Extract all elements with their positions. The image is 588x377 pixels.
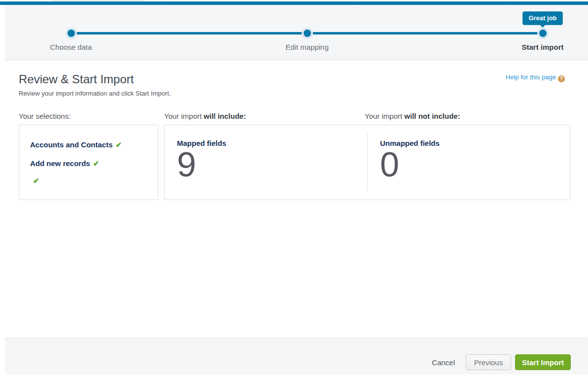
step-label-choose-data: Choose data bbox=[17, 43, 125, 51]
summary-divider bbox=[367, 133, 368, 192]
great-job-tooltip: Great job bbox=[503, 11, 582, 25]
step-dot-edit-mapping bbox=[304, 30, 311, 37]
check-icon: ✔ bbox=[93, 159, 100, 168]
unmapped-fields-count: 0 bbox=[380, 147, 399, 182]
selection-item-extra: ✔ bbox=[30, 176, 39, 185]
check-icon: ✔ bbox=[116, 140, 122, 149]
previous-button[interactable]: Previous bbox=[466, 354, 511, 370]
selection-item-label: Add new records bbox=[30, 159, 90, 168]
cancel-button[interactable]: Cancel bbox=[432, 358, 455, 367]
start-import-button[interactable]: Start Import bbox=[515, 354, 571, 370]
will-not-include-prefix: Your import bbox=[365, 112, 404, 120]
step-label-edit-mapping: Edit mapping bbox=[253, 43, 361, 51]
mapped-fields-count: 9 bbox=[177, 147, 196, 182]
will-include-header: Your import will include: bbox=[164, 112, 246, 120]
selection-item-data-kind: Accounts and Contacts✔ bbox=[30, 140, 122, 149]
help-for-this-page-link[interactable]: Help for this page? bbox=[506, 73, 565, 82]
help-question-icon[interactable]: ? bbox=[558, 75, 565, 82]
page-title: Review & Start Import bbox=[19, 72, 134, 86]
help-link-label[interactable]: Help for this page bbox=[506, 73, 556, 81]
footer-actions: Cancel Previous Start Import bbox=[432, 354, 571, 370]
wizard-progress-header: Choose data Edit mapping Start import Gr… bbox=[5, 5, 588, 60]
step-dot-choose-data bbox=[68, 30, 75, 37]
step-dot-start-import bbox=[539, 30, 547, 37]
selection-item-label: Accounts and Contacts bbox=[30, 140, 113, 149]
your-selections-panel: Accounts and Contacts✔ Add new records✔ … bbox=[19, 125, 158, 200]
import-summary-panel: Mapped fields 9 Unmapped fields 0 bbox=[164, 125, 570, 200]
will-not-include-header: Your import will not include: bbox=[365, 112, 460, 120]
will-include-bold: will include: bbox=[204, 112, 246, 120]
will-include-prefix: Your import bbox=[164, 112, 204, 120]
check-icon: ✔ bbox=[33, 176, 39, 185]
great-job-tooltip-bubble: Great job bbox=[522, 11, 562, 25]
will-not-include-bold: will not include: bbox=[404, 112, 460, 120]
your-selections-header: Your selections: bbox=[19, 112, 70, 120]
step-label-start-import: Start import bbox=[488, 43, 588, 51]
wizard-footer: Cancel Previous Start Import bbox=[5, 338, 588, 375]
selection-item-operation: Add new records✔ bbox=[30, 159, 99, 168]
page-subtitle: Review your import information and click… bbox=[19, 90, 171, 97]
top-accent-bar bbox=[0, 1, 588, 5]
